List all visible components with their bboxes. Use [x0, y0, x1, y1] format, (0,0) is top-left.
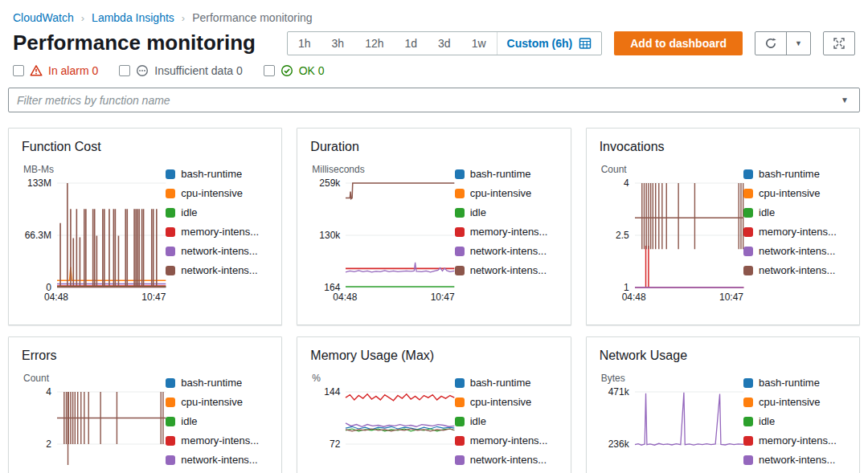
series-line: [635, 246, 743, 287]
x-tick-label: 10:47: [431, 292, 455, 303]
legend-item[interactable]: memory-intens...: [455, 226, 558, 238]
legend-label: idle: [470, 415, 486, 427]
chart-plot[interactable]: [635, 392, 743, 473]
y-ticks: 14472: [310, 392, 346, 473]
legend-item[interactable]: memory-intens...: [455, 434, 558, 446]
legend-swatch: [166, 398, 175, 407]
y-tick-label: 72: [330, 438, 340, 450]
legend-item[interactable]: cpu-intensive: [743, 396, 846, 408]
fullscreen-button[interactable]: [823, 31, 855, 55]
legend-item[interactable]: network-intens...: [743, 264, 846, 276]
chart-legend: bash-runtimecpu-intensiveidlememory-inte…: [166, 373, 268, 473]
add-to-dashboard-button[interactable]: Add to dashboard: [614, 31, 743, 55]
legend-swatch: [166, 227, 175, 237]
chart-card: Duration Milliseconds 259k130k164 04:481…: [297, 128, 571, 325]
insufficient-data-checkbox[interactable]: [119, 65, 130, 76]
alarm-state-filters: In alarm 0 Insufficient data 0 OK 0: [0, 55, 868, 77]
legend-label: memory-intens...: [470, 434, 548, 446]
legend-item[interactable]: network-intens...: [166, 454, 268, 466]
chart-unit: %: [312, 373, 454, 384]
legend-item[interactable]: cpu-intensive: [455, 187, 558, 199]
legend-item[interactable]: cpu-intensive: [743, 187, 846, 199]
legend-item[interactable]: cpu-intensive: [166, 187, 268, 199]
page-title: Performance monitoring: [13, 31, 256, 55]
series-line: [346, 423, 454, 427]
time-range-button[interactable]: 3h: [321, 32, 355, 55]
legend-item[interactable]: network-intens...: [455, 454, 558, 466]
legend-item[interactable]: bash-runtime: [743, 168, 846, 180]
legend-item[interactable]: idle: [455, 415, 558, 427]
page-header: Performance monitoring 1h3h12h1d3d1w Cus…: [0, 24, 868, 55]
custom-time-range-button[interactable]: Custom (6h): [497, 32, 602, 55]
y-ticks: 42: [22, 392, 57, 473]
legend-item[interactable]: cpu-intensive: [455, 396, 558, 408]
chart-legend: bash-runtimecpu-intensiveidlememory-inte…: [455, 373, 558, 473]
ok-check-icon: [280, 64, 293, 77]
metric-filter-input[interactable]: [8, 88, 860, 112]
legend-swatch: [455, 169, 465, 179]
breadcrumb-cloudwatch[interactable]: CloudWatch: [13, 11, 74, 24]
legend-label: network-intens...: [759, 264, 835, 276]
legend-swatch: [166, 247, 175, 256]
legend-item[interactable]: network-intens...: [743, 245, 846, 257]
ok-checkbox[interactable]: [264, 65, 275, 76]
insufficient-data-icon: [136, 64, 149, 77]
chart-plot[interactable]: [346, 183, 454, 287]
legend-item[interactable]: idle: [166, 415, 268, 427]
legend-item[interactable]: idle: [743, 206, 846, 218]
chart-title: Network Usage: [600, 349, 846, 363]
legend-label: bash-runtime: [470, 168, 531, 180]
in-alarm-label: In alarm 0: [48, 64, 98, 77]
legend-label: cpu-intensive: [470, 187, 532, 199]
legend-item[interactable]: network-intens...: [166, 264, 268, 276]
legend-item[interactable]: cpu-intensive: [166, 396, 268, 408]
chart-unit: Milliseconds: [312, 164, 454, 175]
time-range-button[interactable]: 1h: [288, 32, 321, 55]
legend-item[interactable]: memory-intens...: [166, 226, 268, 238]
legend-label: network-intens...: [181, 245, 257, 257]
in-alarm-checkbox[interactable]: [13, 65, 24, 76]
chart-plot[interactable]: [635, 183, 743, 287]
legend-item[interactable]: idle: [166, 206, 268, 218]
legend-item[interactable]: network-intens...: [166, 245, 268, 257]
legend-item[interactable]: bash-runtime: [166, 377, 268, 389]
chart-plot[interactable]: [57, 392, 166, 473]
legend-label: cpu-intensive: [181, 396, 243, 408]
legend-swatch: [743, 169, 753, 179]
legend-item[interactable]: memory-intens...: [743, 434, 846, 446]
legend-item[interactable]: memory-intens...: [743, 226, 846, 238]
time-range-button[interactable]: 1d: [394, 32, 428, 55]
time-range-button[interactable]: 3d: [428, 32, 461, 55]
legend-item[interactable]: idle: [455, 206, 558, 218]
legend-item[interactable]: network-intens...: [455, 264, 558, 276]
refresh-button-group: ▼: [755, 31, 811, 55]
y-ticks: 259k130k164: [310, 183, 346, 287]
refresh-options-button[interactable]: ▼: [786, 32, 810, 55]
chart-card: Invocations Count 42.51 04:4810:47 bash-…: [586, 128, 860, 325]
chart-plot[interactable]: [57, 183, 166, 287]
legend-item[interactable]: idle: [743, 415, 846, 427]
y-tick-label: 471k: [608, 386, 629, 398]
header-controls: 1h3h12h1d3d1w Custom (6h) Add to dashboa…: [287, 31, 855, 55]
y-tick-label: 236k: [608, 438, 629, 450]
breadcrumb-lambda-insights[interactable]: Lambda Insights: [92, 11, 174, 24]
refresh-button[interactable]: [755, 32, 786, 55]
time-range-button[interactable]: 12h: [354, 32, 394, 55]
series-line: [346, 394, 454, 401]
legend-item[interactable]: bash-runtime: [455, 168, 558, 180]
chart-plot[interactable]: [346, 392, 454, 473]
time-range-button[interactable]: 1w: [461, 32, 497, 55]
page: { "colors": { "accent_orange": "#ec7211"…: [0, 0, 868, 473]
legend-swatch: [166, 208, 175, 218]
legend-item[interactable]: bash-runtime: [455, 377, 558, 389]
legend-item[interactable]: memory-intens...: [166, 434, 268, 446]
series-line: [346, 183, 454, 199]
legend-item[interactable]: network-intens...: [743, 454, 846, 466]
charts-grid: Function Cost MB-Ms 133M66.3M0 04:4810:4…: [0, 112, 868, 473]
chart-body: MB-Ms 133M66.3M0 04:4810:47 bash-runtime…: [22, 164, 268, 303]
legend-item[interactable]: bash-runtime: [743, 377, 846, 389]
legend-swatch: [166, 417, 175, 426]
legend-item[interactable]: network-intens...: [455, 245, 558, 257]
legend-item[interactable]: bash-runtime: [166, 168, 268, 180]
legend-swatch: [455, 398, 465, 407]
